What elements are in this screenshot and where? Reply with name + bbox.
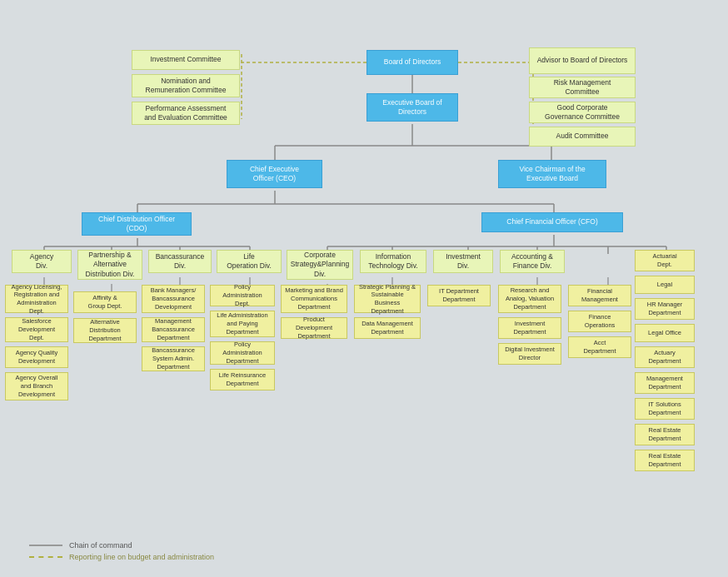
agency-div: AgencyDiv. (12, 250, 72, 273)
right-dept-3: HR ManagerDepartment (635, 298, 695, 320)
cfo: Chief Financial Officer (CFO) (481, 212, 623, 232)
bancassurance-div: BancassuranceDiv. (148, 250, 212, 273)
it-dept-3: IT DepartmentDepartment (427, 285, 491, 306)
acct-dept-1: FinancialManagement (568, 285, 631, 306)
banc-dept-1: Bank Managers/BancassuranceDevelopment (142, 285, 205, 313)
vice-chairman: Vice Chairman of theExecutive Board (498, 160, 606, 188)
it-dept-1: Strategic Planning &Sustainable Business… (354, 285, 421, 313)
corp-dept-2: Product DevelopmentDepartment (281, 317, 347, 339)
performance-committee: Performance Assessmentand Evaluation Com… (132, 102, 240, 125)
right-dept-4: Legal Office (635, 324, 695, 342)
right-dept-2: Legal (635, 276, 695, 294)
partnership-div: Partnership &AlternativeDistribution Div… (77, 250, 142, 280)
investment-committee: Investment Committee (132, 50, 240, 70)
partnership-dept-2: AlternativeDistributionDepartment (73, 318, 137, 343)
life-dept-4: Life ReinsuranceDepartment (210, 369, 275, 390)
corp-dept-1: Marketing and BrandCommunicationsDepartm… (281, 285, 347, 313)
nomination-committee: Nomination andRemuneration Committee (132, 74, 240, 97)
accounting-div: Accounting &Finance Div. (500, 250, 565, 273)
right-dept-9: Real EstateDepartment (635, 450, 695, 471)
executive-board: Executive Board ofDirectors (366, 93, 458, 122)
reporting-label: Reporting line on budget and administrat… (69, 553, 214, 561)
life-dept-3: Policy AdministrationDepartment (210, 341, 275, 365)
ceo: Chief ExecutiveOfficer (CEO) (227, 160, 322, 188)
invest-dept-1: Research andAnalog, ValuationDepartment (498, 285, 561, 313)
banc-dept-2: ManagementBancassuranceDepartment (142, 317, 205, 342)
corporate-strategy-div: CorporateStrategy&PlanningDiv. (287, 250, 353, 280)
right-dept-1: ActuarialDept. (635, 250, 695, 271)
audit-committee: Audit Committee (529, 127, 636, 147)
dashed-line-icon (29, 556, 62, 558)
right-dept-8: Real EstateDepartment (635, 424, 695, 445)
org-chart: Board of Directors Advisor to Board of D… (0, 0, 728, 533)
acct-dept-2: FinanceOperations (568, 311, 631, 332)
right-dept-5: ActuaryDepartment (635, 346, 695, 368)
reporting-line-legend: Reporting line on budget and administrat… (29, 553, 214, 561)
board-of-directors: Board of Directors (366, 50, 458, 75)
advisor-board: Advisor to Board of Directors (529, 47, 636, 74)
partnership-dept-1: Affinity &Group Dept. (73, 291, 137, 313)
agency-dept-4: Agency Overalland BranchDevelopment (5, 372, 68, 400)
agency-dept-1: Agency Licensing,Registration andAdminis… (5, 285, 68, 313)
invest-dept-3: Digital InvestmentDirector (498, 343, 561, 365)
invest-dept-2: InvestmentDepartment (498, 317, 561, 339)
agency-dept-2: SalesforceDevelopmentDept. (5, 317, 68, 342)
investment-div: InvestmentDiv. (433, 250, 493, 273)
banc-dept-3: BancassuranceSystem Admin.Department (142, 346, 205, 371)
life-operation-div: LifeOperation Div. (217, 250, 282, 273)
good-corporate-committee: Good CorporateGovernance Committee (529, 102, 636, 123)
acct-dept-3: AcctDepartment (568, 336, 631, 358)
agency-dept-3: Agency QualityDevelopment (5, 346, 68, 368)
it-dept-2: Data ManagementDepartment (354, 317, 421, 339)
chain-of-command-legend: Chain of command (29, 541, 214, 550)
life-dept-2: Life Administrationand PayingDepartment (210, 311, 275, 337)
life-dept-1: Policy AdministrationDept. (210, 285, 275, 306)
chain-label: Chain of command (69, 541, 132, 550)
legend: Chain of command Reporting line on budge… (29, 541, 214, 565)
solid-line-icon (29, 545, 62, 546)
cdo: Chief Distribution Officer(CDO) (82, 212, 192, 236)
risk-management-committee: Risk ManagementCommittee (529, 77, 636, 98)
it-div: InformationTechnology Div. (360, 250, 426, 273)
right-dept-6: ManagementDepartment (635, 372, 695, 394)
right-dept-7: IT SolutionsDepartment (635, 398, 695, 420)
